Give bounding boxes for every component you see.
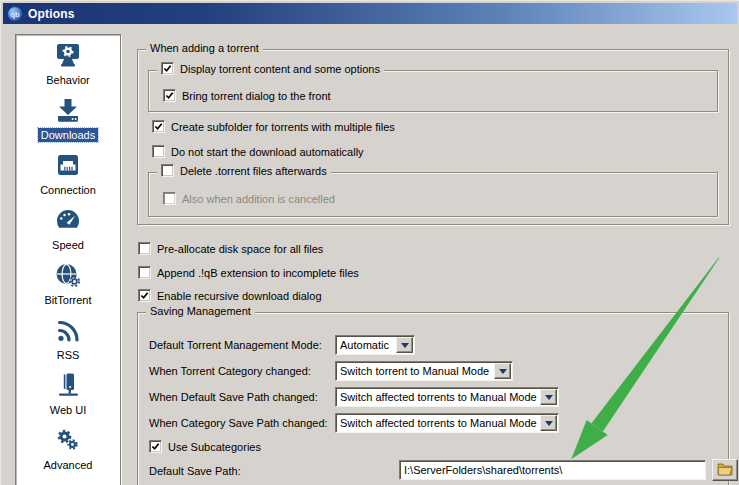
when-category-save-path-changed-select[interactable]: Switch affected torrents to Manual Mode [335,413,559,433]
label-default-torrent-management-mode: Default Torrent Management Mode: [149,339,322,351]
downloads-settings-pane: When adding a torrent Display torrent co… [131,26,739,485]
checkbox-create-subfolder[interactable]: Create subfolder for torrents with multi… [152,120,395,133]
checkbox-use-subcategories[interactable]: Use Subcategories [149,440,261,453]
group-saving-management: Saving Management Default Torrent Manage… [137,312,729,485]
speedometer-icon [54,206,82,236]
label-when-torrent-category-changed: When Torrent Category changed: [149,365,311,377]
checkbox-box[interactable] [163,89,176,102]
default-save-path-input[interactable] [399,460,706,480]
options-window: qb Options Behavior [0,0,739,485]
rss-feed-icon [54,316,82,346]
sidebar-item-label: Advanced [41,458,96,472]
default-torrent-management-mode-select[interactable]: Automatic [335,335,415,355]
label-when-category-save-path-changed: When Category Save Path changed: [149,417,328,429]
checkbox-box[interactable] [138,289,151,302]
options-category-list: Behavior Downloads [15,34,121,485]
ethernet-port-icon [54,151,82,181]
sidebar-item-behavior[interactable]: Behavior [43,41,92,87]
group-delete-torrent-files: Delete .torrent files afterwards Also wh… [148,172,718,217]
chevron-down-icon[interactable] [396,337,413,353]
globe-gear-icon [54,261,82,291]
when-torrent-category-changed-select[interactable]: Switch torrent to Manual Mode [335,361,513,381]
group-display-torrent-content: Display torrent content and some options… [148,70,718,112]
behavior-monitor-gear-icon [54,41,82,71]
titlebar[interactable]: qb Options [3,3,737,24]
checkbox-also-when-cancelled: Also when addition is cancelled [163,192,335,205]
checkbox-box[interactable] [152,145,165,158]
checkbox-box[interactable] [138,266,151,279]
sidebar-item-label: Downloads [38,128,98,142]
chevron-down-icon[interactable] [540,415,557,431]
sidebar-item-rss[interactable]: RSS [54,316,83,362]
folder-icon [717,462,733,478]
label-when-default-save-path-changed: When Default Save Path changed: [149,391,318,403]
sidebar-item-label: RSS [54,348,83,362]
checkbox-box [163,192,176,205]
chevron-down-icon[interactable] [494,363,511,379]
sidebar-item-connection[interactable]: Connection [37,151,99,197]
group-title: When adding a torrent [146,42,263,54]
sidebar-item-downloads[interactable]: Downloads [38,96,98,142]
checkbox-box[interactable] [138,242,151,255]
downloads-arrow-icon [54,96,82,126]
window-title: Options [28,7,75,21]
chevron-down-icon[interactable] [540,389,557,405]
qbittorrent-logo-icon: qb [7,6,23,22]
group-title: Saving Management [146,305,255,317]
sidebar-item-webui[interactable]: Web UI [47,371,89,417]
sidebar-item-label: Behavior [43,73,92,87]
server-icon [54,371,82,401]
checkbox-preallocate-disk-space[interactable]: Pre-allocate disk space for all files [138,242,323,255]
sidebar-item-label: Web UI [47,403,89,417]
sidebar-item-advanced[interactable]: Advanced [41,426,96,472]
checkbox-enable-recursive-download[interactable]: Enable recursive download dialog [138,289,322,302]
checkbox-display-torrent-content[interactable]: Display torrent content and some options [161,62,380,75]
sidebar-item-bittorrent[interactable]: BitTorrent [41,261,94,307]
when-default-save-path-changed-select[interactable]: Switch affected torrents to Manual Mode [335,387,559,407]
checkbox-do-not-start-download[interactable]: Do not start the download automatically [152,145,364,158]
checkbox-delete-torrent-files[interactable]: Delete .torrent files afterwards [161,164,327,177]
checkbox-box[interactable] [161,164,174,177]
checkbox-append-qb-extension[interactable]: Append .!qB extension to incomplete file… [138,266,359,279]
sidebar-item-label: Connection [37,183,99,197]
sidebar-item-label: Speed [49,238,87,252]
label-default-save-path: Default Save Path: [149,465,241,477]
gears-icon [54,426,82,456]
svg-text:qb: qb [10,10,20,19]
checkbox-box[interactable] [152,120,165,133]
checkbox-box[interactable] [161,62,174,75]
sidebar-item-speed[interactable]: Speed [49,206,87,252]
sidebar-item-label: BitTorrent [41,293,94,307]
group-when-adding-a-torrent: When adding a torrent Display torrent co… [137,49,729,225]
browse-save-path-button[interactable] [712,459,738,481]
checkbox-bring-dialog-front[interactable]: Bring torrent dialog to the front [163,89,331,102]
checkbox-box[interactable] [149,440,162,453]
